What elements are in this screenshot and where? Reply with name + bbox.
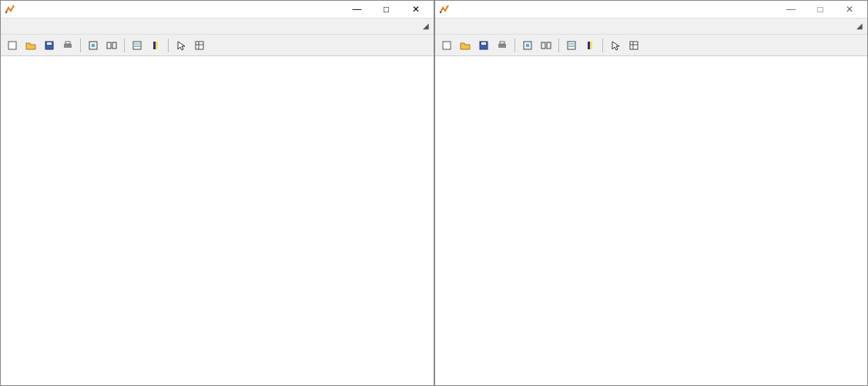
menu-window[interactable] <box>520 25 532 28</box>
menu-view[interactable] <box>30 25 42 28</box>
insert-legend-icon[interactable] <box>563 37 580 54</box>
toolbar-separator <box>80 39 81 52</box>
titlebar[interactable]: — □ ✕ <box>1 1 434 18</box>
new-figure-icon[interactable] <box>4 37 21 54</box>
close-button[interactable]: ✕ <box>835 1 864 18</box>
svg-rect-22 <box>498 44 506 48</box>
link-axes-icon[interactable] <box>538 37 555 54</box>
menu-window[interactable] <box>85 25 98 28</box>
pointer-icon[interactable] <box>607 37 624 54</box>
svg-rect-13 <box>153 42 156 49</box>
titlebar[interactable]: — □ ✕ <box>435 1 868 18</box>
axes-3d[interactable] <box>451 64 851 357</box>
figure-window-1: — □ ✕ ◢ <box>0 0 434 386</box>
svg-rect-3 <box>47 42 52 45</box>
menubar: ◢ <box>1 18 434 35</box>
toolbar-separator <box>168 39 169 52</box>
print-icon[interactable] <box>494 37 511 54</box>
menu-edit[interactable] <box>451 25 463 28</box>
svg-point-0 <box>5 12 7 13</box>
maximize-button[interactable]: □ <box>806 1 835 18</box>
link-axes-icon[interactable] <box>103 37 120 54</box>
toolbar-separator <box>124 39 125 52</box>
matlab-figure-icon <box>4 3 16 15</box>
open-icon[interactable] <box>22 37 39 54</box>
plot-area[interactable] <box>435 56 868 385</box>
plot-tools-icon[interactable] <box>191 37 208 54</box>
menu-overflow-icon[interactable]: ◢ <box>423 22 429 30</box>
svg-rect-26 <box>541 42 545 49</box>
svg-rect-1 <box>8 42 16 49</box>
svg-rect-7 <box>92 44 95 47</box>
menu-help[interactable] <box>534 25 546 28</box>
insert-colorbar-icon[interactable] <box>147 37 164 54</box>
menu-insert[interactable] <box>44 25 56 28</box>
svg-rect-21 <box>481 42 486 45</box>
svg-rect-27 <box>547 42 551 49</box>
menu-file[interactable] <box>2 25 15 28</box>
svg-rect-28 <box>568 42 575 49</box>
svg-rect-19 <box>443 42 451 49</box>
svg-rect-9 <box>112 42 116 49</box>
figure-window-2: — □ ✕ ◢ <box>434 0 869 386</box>
insert-colorbar-icon[interactable] <box>581 37 598 54</box>
toolbar-separator <box>514 39 515 52</box>
svg-rect-31 <box>588 42 590 49</box>
plot-tools-icon[interactable] <box>625 37 642 54</box>
toolbar-separator <box>602 39 603 52</box>
cursor-data-icon[interactable] <box>519 37 536 54</box>
menu-overflow-icon[interactable]: ◢ <box>856 22 863 30</box>
toolbar <box>435 35 868 56</box>
svg-rect-5 <box>65 42 70 44</box>
svg-rect-14 <box>156 42 158 49</box>
print-icon[interactable] <box>59 37 76 54</box>
open-icon[interactable] <box>457 37 474 54</box>
axes-3d[interactable] <box>17 64 417 357</box>
matlab-figure-icon <box>438 3 451 15</box>
svg-rect-32 <box>590 42 592 49</box>
svg-rect-4 <box>64 44 72 48</box>
svg-rect-15 <box>196 42 203 49</box>
menu-help[interactable] <box>99 25 112 28</box>
new-figure-icon[interactable] <box>438 37 455 54</box>
save-icon[interactable] <box>475 37 492 54</box>
minimize-button[interactable]: — <box>776 1 806 18</box>
insert-legend-icon[interactable] <box>129 37 146 54</box>
menu-desktop[interactable] <box>506 25 518 28</box>
menu-view[interactable] <box>464 25 477 28</box>
svg-rect-8 <box>107 42 111 49</box>
svg-point-18 <box>439 12 441 13</box>
maximize-button[interactable]: □ <box>372 1 401 18</box>
menu-tools[interactable] <box>58 25 70 28</box>
menu-tools[interactable] <box>492 25 504 28</box>
svg-rect-33 <box>630 42 638 49</box>
toolbar-separator <box>558 39 559 52</box>
minimize-button[interactable]: — <box>343 1 372 18</box>
plot-area[interactable] <box>1 56 434 385</box>
menubar: ◢ <box>435 18 868 35</box>
menu-insert[interactable] <box>478 25 491 28</box>
menu-edit[interactable] <box>16 25 28 28</box>
svg-rect-10 <box>133 42 141 49</box>
menu-file[interactable] <box>437 25 449 28</box>
svg-rect-25 <box>526 44 529 47</box>
cursor-data-icon[interactable] <box>85 37 102 54</box>
save-icon[interactable] <box>41 37 58 54</box>
close-button[interactable]: ✕ <box>401 1 431 18</box>
toolbar <box>1 35 434 56</box>
menu-desktop[interactable] <box>72 25 84 28</box>
pointer-icon[interactable] <box>173 37 189 54</box>
svg-rect-23 <box>500 42 504 44</box>
